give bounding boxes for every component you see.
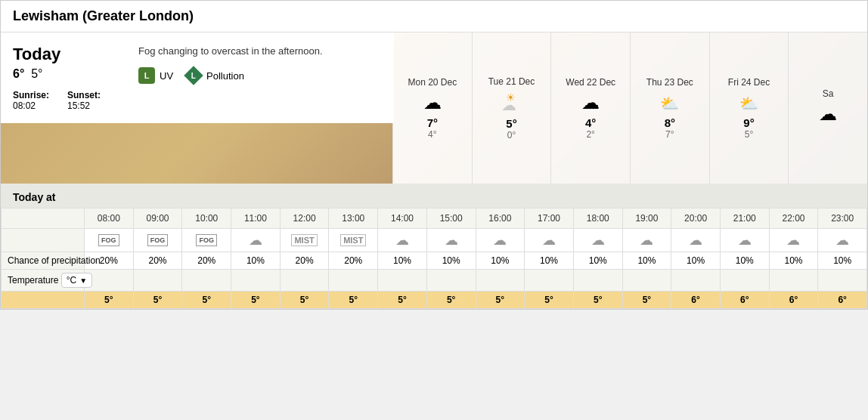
hour-condition-icon: ☁ bbox=[231, 229, 281, 252]
precip-value: 10% bbox=[573, 252, 622, 270]
hour-condition-icon: ☁ bbox=[426, 229, 476, 252]
forecast-day-icon: ☁ bbox=[819, 103, 837, 125]
precip-value: 20% bbox=[182, 252, 231, 270]
hour-header: 21:00 bbox=[720, 208, 769, 229]
hour-condition-icon: ☁ bbox=[525, 229, 574, 252]
sunset-label: Sunset: bbox=[67, 90, 101, 100]
temp-value: 5° bbox=[378, 292, 427, 309]
forecast-day-high: 4° bbox=[585, 116, 596, 129]
temp-value: 5° bbox=[231, 292, 281, 309]
temp-value: 6° bbox=[671, 292, 721, 309]
hour-condition-icon: ☁ bbox=[476, 229, 525, 252]
hour-header: 19:00 bbox=[622, 208, 671, 229]
cloud-icon: ☁ bbox=[786, 233, 800, 248]
sunset-time: 15:52 bbox=[67, 100, 90, 111]
temp-value: 5° bbox=[622, 292, 671, 309]
hour-condition-icon: ☁ bbox=[573, 229, 622, 252]
hourly-table-wrap: 08:0009:0010:0011:0012:0013:0014:0015:00… bbox=[1, 208, 867, 309]
forecast-day-low: 5° bbox=[745, 129, 753, 140]
today-temps: 6° 5° bbox=[13, 67, 126, 81]
mist-icon: MIST bbox=[291, 234, 317, 246]
hour-condition-icon: ☁ bbox=[818, 229, 867, 252]
hour-condition-icon: ☁ bbox=[769, 229, 818, 252]
hour-header: 22:00 bbox=[769, 208, 818, 229]
cloud-icon: ☁ bbox=[493, 233, 507, 248]
temp-value: 6° bbox=[818, 292, 867, 309]
mist-icon: MIST bbox=[340, 234, 366, 246]
hour-condition-icon: MIST bbox=[280, 229, 329, 252]
forecast-day-low: 7° bbox=[665, 129, 674, 140]
forecast-day-name: Mon 20 Dec bbox=[408, 77, 457, 88]
forecast-day[interactable]: Fri 24 Dec⛅9°5° bbox=[709, 32, 789, 184]
precip-value: 10% bbox=[378, 252, 427, 270]
hour-header: 20:00 bbox=[671, 208, 721, 229]
forecast-day-icon: ☁ bbox=[423, 92, 442, 113]
temp-value: 6° bbox=[769, 292, 818, 309]
forecast-day-high: 5° bbox=[506, 117, 516, 130]
cloud-icon: ☁ bbox=[640, 233, 653, 248]
forecast-day-name: Sa bbox=[823, 88, 834, 99]
uv-label: UV bbox=[160, 70, 173, 82]
precip-value: 10% bbox=[769, 252, 818, 270]
fog-icon: FOG bbox=[196, 234, 217, 246]
precip-value: 20% bbox=[280, 252, 329, 270]
hour-condition-icon: MIST bbox=[329, 229, 378, 252]
temp-value: 5° bbox=[329, 292, 378, 309]
forecast-day-icon: ⛅ bbox=[660, 92, 679, 113]
temp-label-text: Temperature bbox=[8, 275, 58, 286]
page-title: Lewisham (Greater London) bbox=[1, 1, 867, 32]
hour-condition-icon: ☁ bbox=[378, 229, 427, 252]
forecast-day[interactable]: Wed 22 Dec☁4°2° bbox=[550, 32, 630, 184]
forecast-day-name: Fri 24 Dec bbox=[728, 77, 770, 88]
hour-header: 15:00 bbox=[426, 208, 476, 229]
hour-header: 23:00 bbox=[818, 208, 867, 229]
forecast-day-name: Tue 21 Dec bbox=[488, 76, 535, 87]
hour-condition-icon: ☁ bbox=[671, 229, 721, 252]
hour-header: 18:00 bbox=[573, 208, 622, 229]
hour-header: 08:00 bbox=[85, 208, 134, 229]
hour-header: 11:00 bbox=[231, 208, 281, 229]
hour-header: 12:00 bbox=[280, 208, 329, 229]
hour-header: 14:00 bbox=[378, 208, 427, 229]
hourly-section: Today at 08:0009:0010:0011:0012:0013:001… bbox=[1, 184, 867, 309]
hour-header: 16:00 bbox=[476, 208, 525, 229]
today-title: Today bbox=[13, 45, 126, 64]
forecast-strip: Mon 20 Dec☁7°4°Tue 21 Dec☁☀5°0°Wed 22 De… bbox=[392, 32, 867, 184]
precip-value: 20% bbox=[329, 252, 378, 270]
forecast-day-high: 9° bbox=[743, 116, 754, 129]
sun-info: Sunrise: 08:02 Sunset: 15:52 bbox=[13, 90, 126, 111]
fog-icon: FOG bbox=[147, 234, 169, 246]
hour-header: 09:00 bbox=[133, 208, 182, 229]
uv-badge: L UV bbox=[138, 67, 173, 84]
hour-condition-icon: ☁ bbox=[622, 229, 671, 252]
forecast-day-icon: ☁☀ bbox=[501, 91, 522, 114]
today-panel: Today 6° 5° Sunrise: 08:02 Sunset: 15:52 bbox=[1, 32, 394, 123]
cloud-icon: ☁ bbox=[835, 233, 849, 248]
precip-label: Chance of precipitation bbox=[2, 252, 85, 270]
cloud-icon: ☁ bbox=[249, 233, 262, 248]
pollution-icon-wrap: L bbox=[185, 67, 202, 84]
cloud-icon: ☁ bbox=[591, 233, 605, 248]
forecast-day[interactable]: Sa☁ bbox=[788, 32, 867, 184]
forecast-day[interactable]: Thu 23 Dec⛅8°7° bbox=[630, 32, 709, 184]
temp-value: 5° bbox=[85, 292, 134, 309]
temp-unit-selector[interactable]: °C ▼ bbox=[61, 273, 92, 288]
cloud-icon: ☁ bbox=[445, 233, 458, 248]
pollution-label: Pollution bbox=[206, 70, 244, 82]
temp-value: 5° bbox=[182, 292, 231, 309]
today-low: 5° bbox=[31, 67, 42, 80]
hour-condition-icon: FOG bbox=[182, 229, 231, 252]
cloud-icon: ☁ bbox=[395, 233, 409, 248]
sunrise-time: 08:02 bbox=[13, 100, 36, 111]
today-badges: L UV L Pollution bbox=[138, 67, 382, 84]
forecast-day[interactable]: Mon 20 Dec☁7°4° bbox=[392, 32, 472, 184]
precip-value: 10% bbox=[525, 252, 574, 270]
condition-label bbox=[2, 229, 85, 252]
today-description: Fog changing to overcast in the afternoo… bbox=[138, 45, 382, 58]
temp-value: 5° bbox=[573, 292, 622, 309]
forecast-day-name: Thu 23 Dec bbox=[646, 77, 693, 88]
forecast-day[interactable]: Tue 21 Dec☁☀5°0° bbox=[472, 32, 551, 184]
hour-condition-icon: ☁ bbox=[720, 229, 769, 252]
hourly-table: 08:0009:0010:0011:0012:0013:0014:0015:00… bbox=[1, 208, 867, 309]
hour-condition-icon: FOG bbox=[85, 229, 134, 252]
